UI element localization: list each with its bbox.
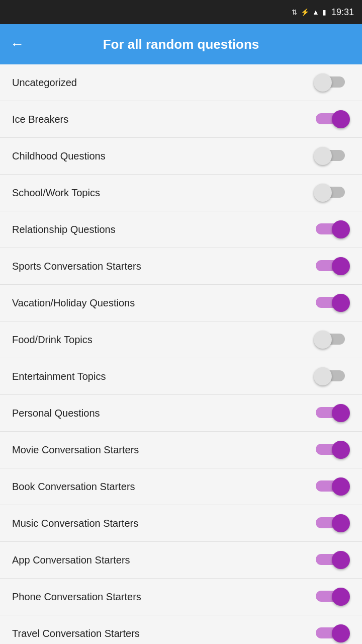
category-list: UncategorizedIce BreakersChildhood Quest… <box>0 64 362 644</box>
category-toggle[interactable] <box>314 477 350 496</box>
list-item: Uncategorized <box>0 64 362 101</box>
toggle-thumb <box>314 184 332 202</box>
toggle-thumb <box>332 624 350 642</box>
toggle-thumb <box>314 331 332 349</box>
category-toggle[interactable] <box>314 147 350 165</box>
toggle-thumb <box>332 551 350 569</box>
category-toggle[interactable] <box>314 220 350 238</box>
page-title: For all random questions <box>34 37 328 52</box>
list-item: Sports Conversation Starters <box>0 248 362 285</box>
category-toggle[interactable] <box>314 624 350 642</box>
category-toggle[interactable] <box>314 588 350 606</box>
category-label: Phone Conversation Starters <box>12 591 141 603</box>
toggle-thumb <box>332 404 350 422</box>
category-toggle[interactable] <box>314 294 350 312</box>
signal-icon: ▲ <box>312 8 319 16</box>
status-icons: ⇅ ⚡ ▲ ▮ 19:31 <box>292 7 354 18</box>
battery-icon: ▮ <box>322 8 326 16</box>
status-time: 19:31 <box>331 7 354 18</box>
category-toggle[interactable] <box>314 110 350 128</box>
list-item: Book Conversation Starters <box>0 468 362 505</box>
category-label: School/Work Topics <box>12 187 100 199</box>
toggle-thumb <box>314 367 332 385</box>
list-item: Relationship Questions <box>0 211 362 248</box>
category-label: Uncategorized <box>12 77 77 89</box>
list-item: Phone Conversation Starters <box>0 579 362 615</box>
toggle-thumb <box>332 110 350 128</box>
category-label: Sports Conversation Starters <box>12 261 141 272</box>
category-label: Travel Conversation Starters <box>12 628 140 639</box>
category-toggle[interactable] <box>314 404 350 422</box>
toggle-thumb <box>332 257 350 275</box>
category-label: Food/Drink Topics <box>12 334 93 346</box>
list-item: Entertainment Topics <box>0 358 362 395</box>
toggle-thumb <box>332 514 350 532</box>
category-label: Relationship Questions <box>12 224 116 235</box>
list-item: Music Conversation Starters <box>0 505 362 542</box>
toggle-thumb <box>314 73 332 92</box>
list-item: Ice Breakers <box>0 101 362 138</box>
toggle-thumb <box>314 147 332 165</box>
category-toggle[interactable] <box>314 367 350 385</box>
toggle-thumb <box>332 294 350 312</box>
list-item: School/Work Topics <box>0 175 362 211</box>
category-toggle[interactable] <box>314 73 350 92</box>
category-label: Childhood Questions <box>12 150 106 162</box>
category-label: Music Conversation Starters <box>12 518 138 529</box>
list-item: App Conversation Starters <box>0 542 362 579</box>
list-item: Food/Drink Topics <box>0 321 362 358</box>
category-label: Book Conversation Starters <box>12 481 135 493</box>
category-label: App Conversation Starters <box>12 554 130 566</box>
list-item: Travel Conversation Starters <box>0 615 362 644</box>
list-item: Movie Conversation Starters <box>0 432 362 468</box>
category-label: Vacation/Holiday Questions <box>12 297 135 309</box>
toggle-thumb <box>332 477 350 496</box>
category-toggle[interactable] <box>314 551 350 569</box>
category-toggle[interactable] <box>314 331 350 349</box>
toggle-thumb <box>332 220 350 238</box>
list-item: Vacation/Holiday Questions <box>0 285 362 321</box>
category-toggle[interactable] <box>314 514 350 532</box>
list-item: Personal Questions <box>0 395 362 432</box>
category-toggle[interactable] <box>314 184 350 202</box>
toggle-thumb <box>332 441 350 459</box>
list-item: Childhood Questions <box>0 138 362 175</box>
category-toggle[interactable] <box>314 441 350 459</box>
category-label: Movie Conversation Starters <box>12 444 139 456</box>
flash-icon: ⚡ <box>301 8 309 16</box>
category-label: Personal Questions <box>12 408 100 419</box>
app-header: ← For all random questions <box>0 24 362 64</box>
status-bar: ⇅ ⚡ ▲ ▮ 19:31 <box>0 0 362 24</box>
category-label: Ice Breakers <box>12 114 68 125</box>
category-label: Entertainment Topics <box>12 371 106 382</box>
toggle-thumb <box>332 588 350 606</box>
back-button[interactable]: ← <box>10 37 24 51</box>
vibrate-icon: ⇅ <box>292 8 298 16</box>
category-toggle[interactable] <box>314 257 350 275</box>
